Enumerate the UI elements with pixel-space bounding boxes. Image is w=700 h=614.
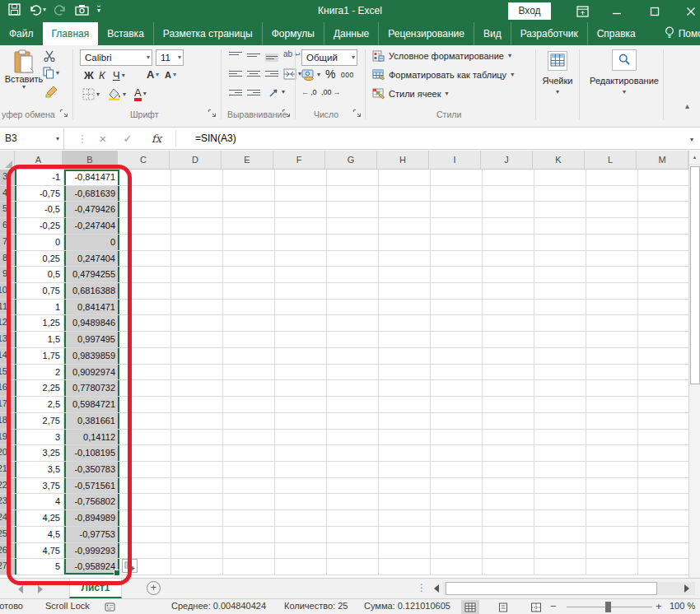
font-family-select[interactable]: Calibri▾ bbox=[80, 49, 152, 66]
cell-column-b[interactable]: -0,479426 bbox=[64, 202, 119, 217]
assistant-button[interactable]: Помощн bbox=[656, 26, 700, 41]
cell-column-a[interactable]: 1,75 bbox=[16, 348, 64, 364]
cell-column-a[interactable]: 2 bbox=[16, 365, 64, 380]
empty-cells[interactable] bbox=[119, 332, 688, 347]
sheet-tab[interactable]: Лист1 bbox=[69, 579, 122, 598]
ribbon-display-options-button[interactable] bbox=[570, 0, 595, 22]
increase-indent-button[interactable] bbox=[247, 88, 260, 97]
decrease-indent-button[interactable] bbox=[229, 88, 242, 97]
row-header[interactable]: 15 bbox=[0, 365, 16, 380]
cell-column-a[interactable]: 4 bbox=[16, 494, 64, 509]
column-header[interactable]: H bbox=[377, 151, 429, 169]
row-header[interactable]: 24 bbox=[0, 510, 16, 526]
customize-qat-icon[interactable]: ▾ bbox=[97, 6, 100, 14]
percent-style-button[interactable]: % bbox=[325, 67, 335, 81]
ribbon-tab[interactable]: Вид bbox=[474, 22, 511, 45]
conditional-formatting-button[interactable]: Условное форматирование▾ bbox=[372, 50, 511, 62]
font-dialog-launcher[interactable] bbox=[208, 109, 217, 118]
zoom-slider-thumb[interactable] bbox=[605, 602, 611, 612]
cell-column-a[interactable]: 0,5 bbox=[16, 267, 64, 282]
alignment-dialog-launcher[interactable] bbox=[282, 109, 291, 118]
cell-column-a[interactable]: -0,75 bbox=[16, 186, 64, 202]
empty-cells[interactable] bbox=[119, 218, 688, 234]
page-layout-view-button[interactable] bbox=[494, 600, 512, 614]
empty-cells[interactable] bbox=[119, 186, 688, 202]
cancel-entry-button[interactable]: × bbox=[93, 128, 113, 149]
row-header[interactable]: 17 bbox=[0, 397, 16, 412]
row-header[interactable]: 25 bbox=[0, 527, 16, 542]
vertical-scrollbar-thumb[interactable] bbox=[690, 166, 700, 384]
macro-record-icon[interactable] bbox=[105, 602, 115, 613]
cell-column-b[interactable]: -0,958924 bbox=[64, 559, 119, 574]
align-top-button[interactable] bbox=[229, 50, 242, 57]
scroll-up-arrow-icon[interactable]: ▴ bbox=[689, 151, 700, 165]
empty-cells[interactable] bbox=[119, 235, 688, 250]
formula-bar-grip-icon[interactable]: ⋮ bbox=[72, 128, 92, 149]
empty-cells[interactable] bbox=[119, 202, 688, 217]
shrink-font-button[interactable]: А▾ bbox=[165, 70, 176, 80]
cell-column-a[interactable]: -0,5 bbox=[16, 202, 64, 217]
cell-column-a[interactable]: 0,75 bbox=[16, 283, 64, 299]
cell-column-b[interactable]: -0,999293 bbox=[64, 543, 119, 559]
decrease-decimal-button[interactable]: ,00→ bbox=[321, 88, 341, 96]
comma-style-button[interactable]: 000 bbox=[341, 71, 354, 79]
cell-column-a[interactable]: 5 bbox=[16, 559, 64, 574]
cell-column-a[interactable]: 2,25 bbox=[16, 380, 64, 396]
row-header[interactable]: 8 bbox=[0, 251, 16, 267]
ribbon-tab[interactable]: Разметка страницы bbox=[153, 22, 262, 45]
cell-column-b[interactable]: -0,841471 bbox=[64, 170, 119, 185]
row-header[interactable]: 12 bbox=[0, 315, 16, 331]
cell-column-a[interactable]: -0,25 bbox=[16, 218, 64, 234]
row-header[interactable]: 9 bbox=[0, 267, 16, 282]
grow-font-button[interactable]: А▴ bbox=[147, 68, 159, 81]
column-header[interactable]: E bbox=[222, 151, 273, 169]
row-header[interactable]: 27 bbox=[0, 559, 16, 574]
column-header[interactable]: I bbox=[429, 151, 481, 169]
row-header[interactable]: 6 bbox=[0, 218, 16, 234]
empty-cells[interactable] bbox=[119, 494, 688, 509]
row-header[interactable]: 5 bbox=[0, 202, 16, 217]
column-header[interactable]: B bbox=[63, 151, 118, 169]
cell-column-b[interactable]: 0,5984721 bbox=[64, 397, 119, 412]
cell-column-a[interactable]: 1 bbox=[16, 300, 64, 315]
orientation-button[interactable]: ▾ bbox=[268, 86, 285, 98]
cut-button[interactable] bbox=[43, 50, 56, 63]
cell-column-b[interactable]: -0,350783 bbox=[64, 462, 119, 477]
row-header[interactable]: 7 bbox=[0, 235, 16, 250]
align-left-button[interactable] bbox=[229, 69, 242, 78]
clipboard-dialog-launcher[interactable] bbox=[59, 109, 68, 118]
cell-column-a[interactable]: 0 bbox=[16, 235, 64, 250]
empty-cells[interactable] bbox=[119, 462, 688, 477]
accounting-format-button[interactable]: ▾ bbox=[301, 68, 320, 81]
editing-menu-button[interactable]: Редактирование ▾ bbox=[586, 49, 662, 95]
column-header[interactable]: M bbox=[637, 151, 688, 169]
row-header[interactable]: 11 bbox=[0, 300, 16, 315]
new-sheet-button[interactable]: + bbox=[147, 581, 161, 595]
cell-column-a[interactable]: 3,25 bbox=[16, 445, 64, 461]
fill-color-button[interactable]: ▾ bbox=[108, 88, 126, 100]
wrap-text-button[interactable]: ab↩ bbox=[283, 49, 301, 58]
ribbon-tab[interactable]: Справка bbox=[587, 22, 645, 45]
cell-column-b[interactable]: -0,97753 bbox=[64, 527, 119, 542]
cell-column-b[interactable]: -0,756802 bbox=[64, 494, 119, 509]
ribbon-tab[interactable]: Данные bbox=[324, 22, 378, 45]
zoom-out-button[interactable]: − bbox=[550, 600, 557, 612]
font-size-select[interactable]: 11▾ bbox=[156, 49, 184, 66]
align-bottom-button[interactable] bbox=[265, 53, 278, 62]
empty-cells[interactable] bbox=[119, 510, 688, 526]
ribbon-tab[interactable]: Главная bbox=[43, 22, 99, 45]
cell-column-a[interactable]: -1 bbox=[16, 170, 64, 185]
zoom-in-button[interactable]: + bbox=[656, 600, 662, 612]
row-header[interactable]: 14 bbox=[0, 348, 16, 364]
cell-column-a[interactable]: 3 bbox=[16, 430, 64, 445]
row-header[interactable]: 4 bbox=[0, 186, 16, 202]
zoom-level[interactable]: 100 % bbox=[670, 601, 695, 611]
cells-menu-button[interactable]: Ячейки ▾ bbox=[538, 51, 577, 95]
previous-sheet-arrow-icon[interactable] bbox=[18, 585, 23, 593]
cell-column-b[interactable]: 0,841471 bbox=[64, 300, 119, 315]
horizontal-scrollbar-thumb[interactable] bbox=[446, 582, 657, 595]
normal-view-button[interactable] bbox=[461, 600, 479, 614]
align-center-button[interactable] bbox=[247, 69, 260, 78]
cell-column-b[interactable]: -0,681639 bbox=[64, 186, 119, 202]
number-dialog-launcher[interactable] bbox=[352, 109, 362, 118]
